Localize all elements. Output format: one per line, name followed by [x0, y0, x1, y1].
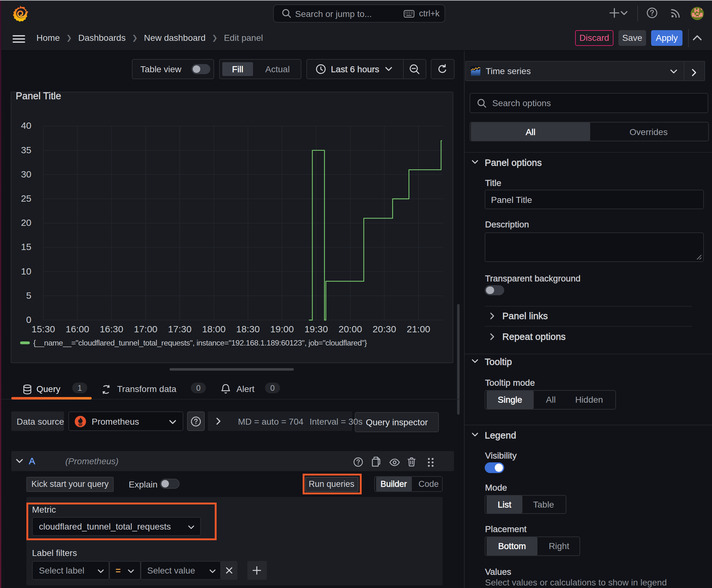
svg-text:18:30: 18:30 — [236, 324, 260, 334]
svg-text:21:00: 21:00 — [407, 324, 430, 334]
svg-text:20:30: 20:30 — [373, 324, 396, 334]
svg-text:25: 25 — [21, 193, 31, 204]
svg-text:35: 35 — [21, 145, 31, 155]
svg-text:10: 10 — [21, 266, 31, 276]
svg-text:40: 40 — [21, 120, 31, 131]
svg-text:30: 30 — [21, 169, 31, 180]
svg-text:17:00: 17:00 — [134, 324, 157, 334]
svg-text:{__name__="cloudflared_tunnel_: {__name__="cloudflared_tunnel_total_requ… — [33, 339, 367, 347]
svg-text:20: 20 — [21, 217, 31, 228]
svg-text:17:30: 17:30 — [168, 324, 192, 334]
svg-text:19:30: 19:30 — [304, 324, 328, 334]
svg-text:16:00: 16:00 — [66, 324, 89, 334]
svg-text:15: 15 — [21, 241, 31, 252]
svg-text:20:00: 20:00 — [339, 324, 362, 334]
svg-text:16:30: 16:30 — [100, 324, 123, 334]
svg-text:0: 0 — [26, 314, 31, 325]
svg-text:19:00: 19:00 — [270, 324, 294, 334]
svg-text:15:30: 15:30 — [31, 324, 55, 334]
svg-text:5: 5 — [26, 290, 31, 300]
svg-text:18:00: 18:00 — [202, 324, 226, 334]
